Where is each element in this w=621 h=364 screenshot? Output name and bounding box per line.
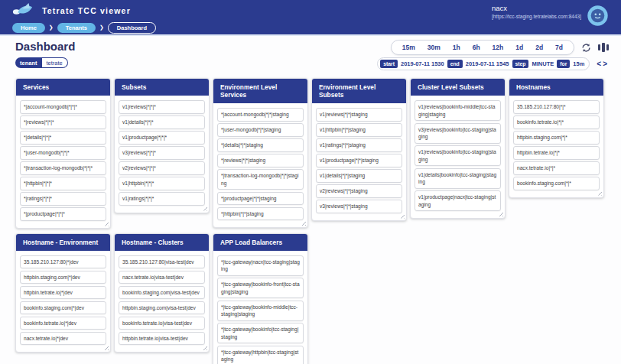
resize-grip-icon[interactable] xyxy=(399,213,405,219)
resize-grip-icon[interactable] xyxy=(202,345,207,350)
tcc-viewer-window: Tetrate TCC viewer Home❯Tenants❯Dashboar… xyxy=(0,0,621,364)
resize-grip-icon[interactable] xyxy=(498,211,503,216)
columns-view-icon[interactable] xyxy=(598,43,609,52)
step-value[interactable]: MINUTE xyxy=(532,60,554,67)
list-item: v1|reviews|bookinfo|tcc-staging|staging xyxy=(415,145,501,166)
list-item: *|account-mongodb|*|*|* xyxy=(20,100,106,114)
list-item: 35.185.210.127:80|*|dev xyxy=(20,255,106,269)
range-button-6h[interactable]: 6h xyxy=(467,41,486,54)
breadcrumb-item-dashboard[interactable]: Dashboard xyxy=(108,22,156,34)
list-item: bookinfo.tetrate.io|visa-test|dev xyxy=(119,317,205,330)
list-item: v1|httpbin|*|*|staging xyxy=(316,123,402,137)
resize-grip-icon[interactable] xyxy=(597,190,602,196)
list-item: bookinfo.staging.com|visa-test|dev xyxy=(119,286,205,300)
list-item: *|productpage|*|*|* xyxy=(20,207,106,221)
refresh-icon[interactable] xyxy=(581,43,591,53)
list-item: httpbin.tetrate.io|*|dev xyxy=(20,286,106,300)
card-subsets: Subsets v1|reviews|*|*|*v1|details|*|*|*… xyxy=(114,78,210,213)
breadcrumb-item-home[interactable]: Home xyxy=(12,23,45,33)
list-item: *|ratings|*|*|* xyxy=(20,192,106,206)
list-item: v1|productpage|nacx|tcc-staging|staging xyxy=(415,190,501,211)
list-item: nacx.tetrate.io|visa-test|dev xyxy=(119,271,205,284)
time-toolbar: 15m30m1h6h12h1d2d7d xyxy=(377,40,609,70)
list-item: 35.185.210.127:80|visa-test|dev xyxy=(119,255,205,269)
list-item: v1|ratings|*|*|* xyxy=(119,192,205,206)
list-item: bookinfo.tetrate.io|*|* xyxy=(513,115,600,129)
list-item: nacx.tetrate.io|*|* xyxy=(513,161,600,175)
card-body: v1|reviews|*|*|*v1|details|*|*|*v1|produ… xyxy=(115,96,209,213)
list-item: *|tcc-gateway|bookinfo|tcc-staging|stagi… xyxy=(217,323,304,343)
top-navbar: Tetrate TCC viewer Home❯Tenants❯Dashboar… xyxy=(0,0,621,36)
start-label: start xyxy=(380,60,398,68)
server-url: [https://tcc-staging.tetratelabs.com:844… xyxy=(492,14,581,19)
code-icon[interactable]: <> xyxy=(597,60,609,68)
card-title: Hostnames xyxy=(509,79,603,96)
list-item: *|user-mongodb|*|*|* xyxy=(20,146,106,160)
user-avatar[interactable] xyxy=(587,5,608,29)
list-item: *|transaction-log-mongodb|*|*|* xyxy=(20,161,106,175)
range-button-15m[interactable]: 15m xyxy=(396,41,421,54)
list-item: v1|details|*|*|staging xyxy=(316,169,402,183)
card-title: Environment Level Subsets xyxy=(312,79,406,103)
time-fields-group: start2019-07-11 1530end2019-07-11 1545st… xyxy=(377,57,590,70)
list-item: httpbin.staging.com|*|dev xyxy=(20,271,106,284)
list-item: *|tcc-gateway|httpbin|tcc-staging|stagin… xyxy=(217,346,304,364)
time-range-group: 15m30m1h6h12h1d2d7d xyxy=(391,40,574,55)
list-item: v1|details|bookinfo|tcc-staging|staging xyxy=(415,168,501,189)
list-item: *|httpbin|*|*|staging xyxy=(217,207,304,221)
resize-grip-icon[interactable] xyxy=(103,221,109,226)
card-body: 35.185.210.127:80|*|devhttpbin.staging.c… xyxy=(16,251,110,353)
list-item: bookinfo.tetrate.io|*|dev xyxy=(20,317,106,330)
list-item: v3|reviews|*|*|staging xyxy=(316,200,402,213)
tenant-badge-key: tenant xyxy=(15,57,42,68)
card-body: *|tcc-gateway|nacx|tcc-staging|staging*|… xyxy=(213,251,307,364)
tenant-badge-value: tetrate xyxy=(42,57,68,68)
breadcrumb-chevron-icon: ❯ xyxy=(99,24,104,31)
list-item: bookinfo.staging.com|*|* xyxy=(513,177,600,190)
list-item: *|details|*|*|* xyxy=(20,131,106,145)
list-item: *|reviews|*|*|staging xyxy=(217,154,304,167)
list-item: v1|reviews|*|*|staging xyxy=(316,108,402,122)
card-title: Subsets xyxy=(115,79,209,96)
resize-grip-icon[interactable] xyxy=(202,206,207,211)
tetrate-bird-logo-icon xyxy=(12,2,35,20)
list-item: httpbin.tetrate.io|*|* xyxy=(513,146,600,160)
range-button-1h[interactable]: 1h xyxy=(447,41,467,54)
range-button-2d[interactable]: 2d xyxy=(529,41,549,54)
list-item: *|productpage|*|*|staging xyxy=(217,192,304,206)
list-item: *|reviews|*|*|* xyxy=(20,115,106,129)
card-title: Hostname - Clusters xyxy=(115,234,209,251)
list-item: v1|ratings|*|*|staging xyxy=(316,138,402,152)
card-title: Cluster Level Subsets xyxy=(411,79,505,96)
list-item: v1|reviews|*|*|* xyxy=(119,100,205,114)
card-cluster-level-subsets: Cluster Level Subsets v1|reviews|bookinf… xyxy=(410,78,506,219)
range-button-30m[interactable]: 30m xyxy=(421,41,447,54)
breadcrumb-item-tenants[interactable]: Tenants xyxy=(57,23,96,33)
list-item: v1|httpbin|*|*|* xyxy=(119,177,205,190)
card-services: Services *|account-mongodb|*|*|**|review… xyxy=(15,78,111,229)
resize-grip-icon[interactable] xyxy=(301,220,306,226)
card-body: 35.185.210.127:80|visa-test|devnacx.tetr… xyxy=(115,251,209,353)
card-hostname-environment: Hostname - Environment 35.185.210.127:80… xyxy=(15,233,111,353)
card-body: *|account-mongodb|*|*|staging*|user-mong… xyxy=(213,103,307,227)
end-value[interactable]: 2019-07-11 1545 xyxy=(466,60,509,67)
tenant-badge: tenant tetrate xyxy=(15,57,68,68)
range-button-1d[interactable]: 1d xyxy=(509,41,529,54)
list-item: *|transaction-log-mongodb|*|*|staging xyxy=(217,169,304,190)
card-hostname-clusters: Hostname - Clusters 35.185.210.127:80|vi… xyxy=(114,233,210,353)
resize-grip-icon[interactable] xyxy=(103,345,109,350)
card-body: 35.185.210.127:80|*|*bookinfo.tetrate.io… xyxy=(509,96,603,197)
list-item: v3|reviews|*|*|* xyxy=(119,146,205,160)
card-app-load-balancers: APP Load Balancers *|tcc-gateway|nacx|tc… xyxy=(213,233,308,364)
card-title: Environment Level Services xyxy=(213,79,307,103)
card-body: v1|reviews|*|*|stagingv1|httpbin|*|*|sta… xyxy=(312,103,406,220)
start-value[interactable]: 2019-07-11 1530 xyxy=(401,60,444,67)
step-label: step xyxy=(512,60,529,68)
range-button-12h[interactable]: 12h xyxy=(486,41,510,54)
list-item: v1|productpage|*|*|* xyxy=(119,131,205,145)
range-button-7d[interactable]: 7d xyxy=(549,41,569,54)
card-title: Hostname - Environment xyxy=(16,234,110,251)
list-item: v3|reviews|bookinfo|tcc-staging|staging xyxy=(415,123,501,144)
for-value[interactable]: 15m xyxy=(573,60,584,67)
app-title: Tetrate TCC viewer xyxy=(42,6,131,15)
